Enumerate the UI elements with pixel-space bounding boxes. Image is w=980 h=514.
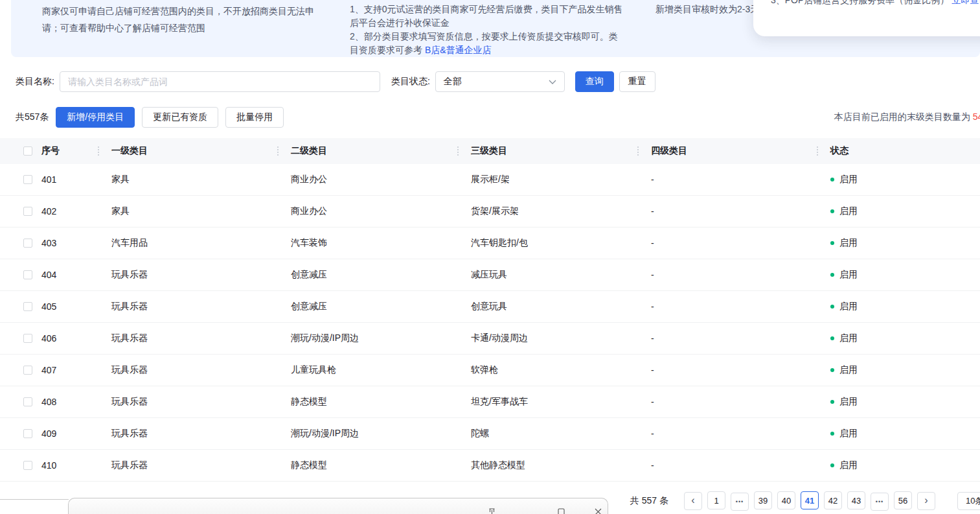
prev-page-button[interactable]: ‹: [684, 492, 702, 510]
commission-popup: 3、POP店铺运营支持服务费率（佣金比例） 立即查询 >: [753, 0, 980, 36]
status-text: 启用: [839, 174, 858, 185]
category-name-label: 类目名称:: [16, 76, 54, 88]
status-dot-icon: [830, 273, 834, 277]
category-name-input[interactable]: [60, 71, 380, 92]
page-button-41[interactable]: 41: [801, 491, 819, 509]
cell-level4: -: [638, 270, 817, 280]
table-row: 408玩具乐器静态模型坦克/军事战车-启用: [0, 386, 980, 418]
page-button-1[interactable]: 1: [707, 491, 725, 509]
add-disable-category-button[interactable]: 新增/停用类目: [56, 107, 135, 128]
page-button-42[interactable]: 42: [824, 491, 842, 509]
total-count-label: 共557条: [16, 111, 49, 123]
query-now-link[interactable]: 立即查询 >: [952, 0, 980, 5]
cell-level1: 玩具乐器: [98, 428, 278, 439]
enabled-leaf-count-note: 本店目前已启用的末级类目数量为 544: [834, 111, 980, 123]
header-level4: 四级类目: [638, 145, 817, 157]
row-checkbox[interactable]: [23, 270, 32, 279]
row-checkbox[interactable]: [23, 397, 32, 406]
horizontal-scrollbar[interactable]: [0, 499, 69, 514]
status-dot-icon: [830, 336, 834, 340]
page-button-39[interactable]: 39: [754, 491, 772, 509]
update-qualification-button[interactable]: 更新已有资质: [142, 107, 218, 128]
status-text: 启用: [839, 301, 858, 312]
cell-no: 410: [41, 460, 98, 471]
toolbar: 共557条 新增/停用类目 更新已有资质 批量停用 本店目前已启用的末级类目数量…: [16, 106, 980, 128]
cell-level2: 潮玩/动漫/IP周边: [278, 428, 458, 439]
row-checkbox[interactable]: [23, 302, 32, 311]
filter-bar: 类目名称: 类目状态: 全部 查询 重置: [16, 71, 980, 92]
chevron-down-icon: [549, 80, 556, 84]
status-text: 启用: [839, 205, 858, 217]
category-status-select[interactable]: 全部: [435, 71, 565, 92]
select-all-checkbox[interactable]: [23, 146, 32, 156]
row-checkbox[interactable]: [23, 334, 32, 343]
cell-status: 启用: [817, 428, 980, 439]
floating-window-titlebar[interactable]: [68, 498, 608, 514]
category-status-label: 类目状态:: [391, 76, 430, 88]
cell-level4: -: [638, 428, 817, 439]
cell-level3: 坦克/军事战车: [458, 396, 638, 408]
status-text: 启用: [839, 237, 858, 249]
status-dot-icon: [830, 241, 834, 245]
cell-no: 409: [41, 428, 98, 439]
row-checkbox[interactable]: [23, 239, 32, 248]
table-row: 407玩具乐器儿童玩具枪软弹枪-启用: [0, 355, 980, 386]
cell-level2: 创意减压: [278, 269, 458, 281]
cell-level2: 商业办公: [278, 205, 458, 217]
cell-status: 启用: [817, 333, 980, 344]
table-row: 405玩具乐器创意减压创意玩具-启用: [0, 291, 980, 323]
search-button[interactable]: 查询: [575, 71, 614, 92]
cell-status: 启用: [817, 364, 980, 376]
next-page-button[interactable]: ›: [917, 492, 935, 510]
row-checkbox-cell: [16, 429, 41, 438]
header-level2: 二级类目: [278, 145, 458, 157]
page-button-43[interactable]: 43: [847, 491, 865, 509]
notice-text-rules: 1、支持0元试运营的类目商家可先经营后缴费，类目下产品发生销售后平台会进行补收保…: [350, 3, 623, 57]
cell-level1: 玩具乐器: [98, 269, 278, 281]
status-dot-icon: [830, 209, 834, 213]
pagination: 共 557 条 ‹1•••3940414243•••56› 10条: [630, 491, 980, 511]
cell-status: 启用: [817, 237, 980, 249]
maximize-icon[interactable]: [558, 508, 565, 514]
table-row: 409玩具乐器潮玩/动漫/IP周边陀螺-启用: [0, 418, 980, 450]
cell-no: 402: [41, 206, 98, 216]
header-level1: 一级类目: [98, 145, 278, 157]
notice-text-scope: 商家仅可申请自己店铺可经营范围内的类目，不开放招商类目无法申请；可查看帮助中心了…: [42, 3, 314, 57]
cell-level2: 创意减压: [278, 301, 458, 312]
status-text: 启用: [839, 460, 858, 471]
cell-level1: 家具: [98, 174, 278, 185]
cell-level3: 其他静态模型: [458, 460, 638, 471]
row-checkbox[interactable]: [23, 366, 32, 375]
status-dot-icon: [830, 463, 834, 467]
status-dot-icon: [830, 305, 834, 309]
cell-no: 404: [41, 270, 98, 280]
category-status-value: 全部: [444, 76, 462, 88]
commission-popup-text: 3、POP店铺运营支持服务费率（佣金比例） 立即查询 >: [771, 0, 980, 6]
page-button-40[interactable]: 40: [777, 491, 795, 509]
cell-status: 启用: [817, 396, 980, 408]
close-icon[interactable]: [595, 508, 602, 514]
row-checkbox[interactable]: [23, 207, 32, 216]
row-checkbox[interactable]: [23, 429, 32, 438]
cell-level2: 汽车装饰: [278, 237, 458, 249]
page-button-56[interactable]: 56: [894, 491, 912, 509]
cell-level1: 玩具乐器: [98, 364, 278, 376]
batch-disable-button[interactable]: 批量停用: [225, 107, 284, 128]
ellipsis-pages-button[interactable]: •••: [871, 493, 889, 511]
row-checkbox-cell: [16, 366, 41, 375]
shop-type-link[interactable]: B店&普通企业店: [425, 45, 492, 55]
reset-button[interactable]: 重置: [619, 71, 655, 92]
status-dot-icon: [830, 400, 834, 404]
cell-no: 405: [41, 301, 98, 312]
row-checkbox[interactable]: [23, 461, 32, 470]
cell-level4: -: [638, 365, 817, 375]
table-row: 403汽车用品汽车装饰汽车钥匙扣/包-启用: [0, 228, 980, 259]
row-checkbox-cell: [16, 461, 41, 470]
pin-icon[interactable]: [488, 508, 496, 514]
table-header-row: 序号 一级类目 二级类目 三级类目 四级类目 状态: [0, 138, 980, 164]
cell-level2: 潮玩/动漫/IP周边: [278, 333, 458, 344]
page-size-select[interactable]: 10条: [957, 492, 980, 510]
row-checkbox[interactable]: [23, 175, 32, 184]
ellipsis-pages-button[interactable]: •••: [731, 493, 749, 511]
status-text: 启用: [839, 428, 858, 439]
